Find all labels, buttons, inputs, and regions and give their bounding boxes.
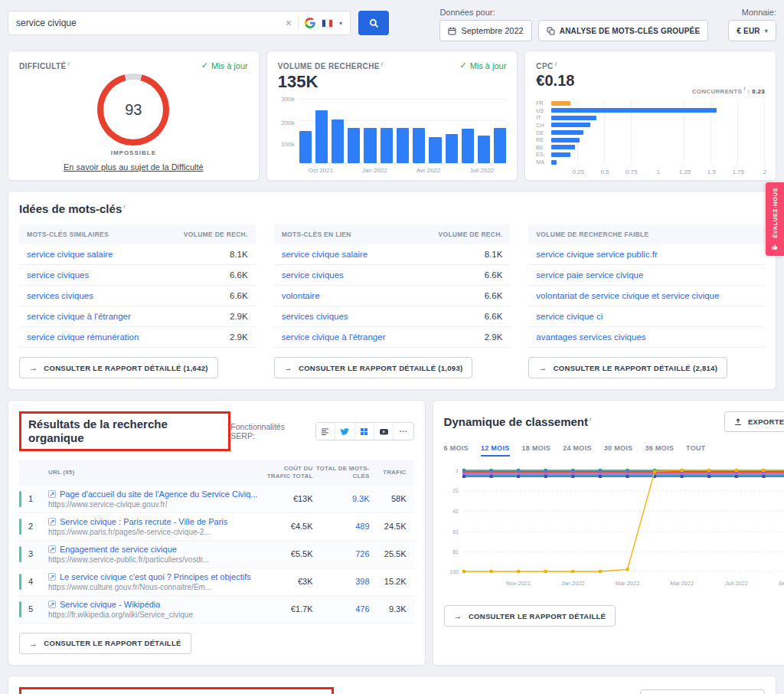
external-link-icon[interactable]: ↗ — [48, 573, 56, 581]
tab-24-mois[interactable]: 24 MOIS — [563, 444, 592, 457]
detailed-report-button[interactable]: →CONSULTER LE RAPPORT DÉTAILLÉ — [444, 605, 616, 627]
volume-y-axis: 300k 200k 100k — [278, 99, 299, 164]
keyword-link[interactable]: service civiques — [282, 270, 344, 280]
search-button[interactable] — [358, 11, 389, 35]
keywords-count-link[interactable]: 726 — [313, 549, 370, 558]
export-button[interactable]: EXPORTER — [724, 411, 784, 432]
info-icon[interactable]: i — [743, 85, 746, 92]
twitter-icon[interactable] — [335, 423, 354, 440]
external-link-icon[interactable]: ↗ — [48, 545, 56, 553]
keyword-link[interactable]: service civique à l'étranger — [27, 312, 131, 321]
france-flag-icon — [322, 19, 333, 28]
keyword-link[interactable]: services civiques — [282, 312, 348, 321]
detailed-report-button[interactable]: →CONSULTER LE RAPPORT DÉTAILLÉ — [19, 633, 191, 654]
table-row[interactable]: 1 ↗Page d'accueil du site de l'Agence du… — [19, 486, 414, 513]
external-link-icon[interactable]: ↗ — [48, 490, 56, 498]
difficulty-learn-more-link[interactable]: En savoir plus au sujet de la Difficulté — [64, 162, 204, 172]
svg-text:Juil 2022: Juil 2022 — [724, 580, 747, 587]
cpc-bar — [551, 152, 570, 157]
updated-badge: ✓ Mis à jour — [201, 61, 248, 70]
tab-6-mois[interactable]: 6 MOIS — [444, 444, 469, 457]
more-features-icon[interactable]: ··· — [394, 423, 413, 440]
tab-18-mois[interactable]: 18 MOIS — [522, 444, 551, 457]
chevron-down-icon[interactable]: ▾ — [339, 20, 342, 27]
keyword-link[interactable]: service civique service public.fr — [536, 250, 658, 259]
cpc-card: CPCi €0.18 CONCURRENTSi :0.23 FRUSITCHDE… — [524, 51, 776, 181]
keyword-link[interactable]: service paie service civique — [536, 270, 643, 280]
date-picker-button[interactable]: Septembre 2022 — [439, 20, 531, 41]
result-title-link[interactable]: Page d'accueil du site de l'Agence du Se… — [60, 489, 258, 499]
info-icon[interactable]: i — [68, 61, 70, 67]
tab-12-mois[interactable]: 12 MOIS — [481, 444, 510, 457]
volume-bar — [332, 119, 344, 163]
volume-bar — [299, 131, 312, 163]
tab-30-mois[interactable]: 30 MOIS — [604, 444, 633, 457]
result-title-link[interactable]: Engagement de service civique — [60, 545, 177, 554]
list-item: service civique à l'étranger2.9K — [19, 306, 256, 327]
tab-tout[interactable]: TOUT — [686, 444, 706, 457]
svg-text:41: 41 — [452, 509, 459, 514]
clear-search-icon[interactable]: × — [286, 18, 292, 28]
table-row[interactable]: 4 ↗Le service civique c'est quoi ? Princ… — [19, 568, 414, 596]
keyword-link[interactable]: service civique salaire — [282, 250, 368, 259]
keyword-link[interactable]: service civique ci — [536, 312, 603, 321]
table-grid-icon[interactable] — [355, 423, 374, 440]
result-title-link[interactable]: Le service civique c'est quoi ? Principe… — [60, 572, 251, 581]
related-keywords-column: MOTS-CLÉS EN LIENVOLUME DE RECH. service… — [274, 224, 511, 378]
result-title-link[interactable]: Service civique : Paris recrute - Ville … — [60, 517, 227, 526]
featured-snippet-icon[interactable] — [316, 423, 335, 440]
svg-text:21: 21 — [452, 488, 459, 493]
keywords-count-link[interactable]: 489 — [313, 522, 370, 531]
currency-select[interactable]: € EUR ▾ — [728, 20, 776, 41]
result-title-link[interactable]: Service civique - Wikipédia — [60, 600, 160, 609]
volume-bar — [494, 128, 506, 163]
keyword-link[interactable]: volontaire — [282, 291, 320, 300]
volume-bar — [381, 128, 393, 163]
list-item: service civique à l'étranger2.9K — [274, 327, 511, 348]
external-link-icon[interactable]: ↗ — [48, 518, 56, 525]
table-row[interactable]: 2 ↗Service civique : Paris recrute - Vil… — [19, 513, 414, 541]
expand-ads-button[interactable]: ETENDRE LA PUBLICITÉ — [640, 689, 765, 694]
rate-us-tab[interactable]: ÉVALUEZ-NOUS — [766, 182, 784, 256]
keywords-count-link[interactable]: 9.3K — [313, 494, 370, 503]
organic-results-title: Résultats de la recherche organique — [28, 417, 168, 444]
svg-text:Mar 2022: Mar 2022 — [615, 580, 639, 587]
cpc-chart: FRUSITCHDEREBEESMA 0.250.50.7511.251.51.… — [536, 100, 765, 175]
external-link-icon[interactable]: ↗ — [48, 601, 56, 608]
list-item: service paie service civique — [528, 265, 765, 286]
search-box[interactable]: × ▾ — [8, 11, 351, 35]
cpc-x-axis: 0.250.50.7511.251.51.752 — [551, 166, 765, 175]
group-analysis-button[interactable]: ANALYSE DE MOTS-CLÉS GROUPÉE — [538, 20, 709, 41]
traffic-cost: €3K — [264, 577, 313, 586]
keyword-link[interactable]: services civiques — [27, 291, 93, 300]
cpc-bar — [551, 130, 583, 135]
detailed-report-button[interactable]: →CONSULTER LE RAPPORT DÉTAILLÉ (1,642) — [19, 357, 218, 378]
youtube-icon[interactable] — [374, 423, 394, 440]
tab-36-mois[interactable]: 36 MOIS — [645, 444, 674, 457]
search-input[interactable] — [16, 18, 279, 28]
keyword-link[interactable]: service civiques — [27, 270, 89, 280]
volume-chart: 300k 200k 100k Oct 2021 Jan 2022 Avr 202… — [278, 99, 507, 174]
cpc-title: CPCi — [536, 61, 557, 70]
detailed-report-button[interactable]: →CONSULTER LE RAPPORT DÉTAILLÉ (1,093) — [274, 357, 473, 378]
list-item: service civique salaire8.1K — [274, 244, 511, 265]
keyword-link[interactable]: service civique salaire — [27, 250, 113, 259]
google-icon — [305, 18, 315, 28]
detailed-report-button[interactable]: →CONSULTER LE RAPPORT DÉTAILLÉ (2,814) — [528, 357, 727, 378]
table-row[interactable]: 5 ↗Service civique - Wikipédia https://f… — [19, 596, 414, 624]
keyword-link[interactable]: avantages services civiques — [536, 332, 645, 342]
list-item: service civique service public.fr — [528, 244, 765, 265]
result-url: https://www.paris.fr/pages/le-service-ci… — [48, 528, 258, 536]
keyword-link[interactable]: service civique à l'étranger — [282, 332, 386, 342]
cpc-bar — [551, 108, 717, 113]
group-analysis-icon — [547, 27, 555, 35]
keyword-link[interactable]: volontariat de service civique et servic… — [536, 291, 719, 300]
keywords-count-link[interactable]: 398 — [313, 577, 370, 586]
info-icon[interactable]: i — [123, 203, 125, 210]
info-icon[interactable]: i — [381, 61, 384, 67]
table-row[interactable]: 3 ↗Engagement de service civique https:/… — [19, 541, 414, 568]
keywords-count-link[interactable]: 476 — [313, 604, 370, 614]
keyword-link[interactable]: service civique rémunération — [27, 332, 139, 342]
info-icon[interactable]: i — [590, 416, 591, 423]
info-icon[interactable]: i — [555, 61, 557, 67]
